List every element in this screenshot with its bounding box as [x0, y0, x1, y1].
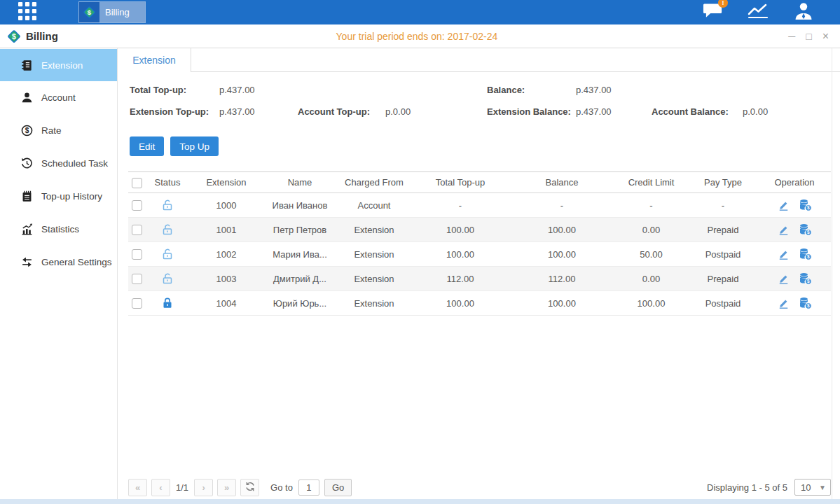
extension-balance-value: p.437.00	[576, 106, 612, 117]
sidebar-item-rate[interactable]: $Rate	[0, 114, 117, 147]
unlocked-icon[interactable]	[161, 223, 174, 236]
cell-name: Дмитрий Д...	[263, 274, 337, 284]
prev-page-button[interactable]: ‹	[151, 479, 170, 496]
maximize-button[interactable]: □	[806, 31, 811, 41]
row-checkbox[interactable]	[132, 298, 142, 309]
taskbar-app-label: Billing	[105, 7, 130, 18]
edit-icon[interactable]	[778, 224, 790, 236]
person-icon	[21, 92, 33, 104]
cell-charged-from: Extension	[337, 225, 411, 235]
taskbar-billing-tab[interactable]: $ Billing	[78, 1, 146, 23]
minimize-button[interactable]: ─	[788, 31, 795, 41]
app-launcher-button[interactable]	[8, 0, 46, 24]
billing-app-icon: $	[79, 2, 99, 22]
topbar-status-icons: !	[703, 0, 813, 24]
row-checkbox[interactable]	[132, 225, 142, 235]
ledger-icon	[21, 59, 33, 71]
first-page-button[interactable]: «	[128, 479, 147, 496]
cell-name: Мария Ива...	[263, 249, 337, 260]
cell-charged-from: Extension	[337, 298, 411, 309]
resource-monitor-button[interactable]	[747, 2, 770, 22]
row-checkbox[interactable]	[132, 274, 142, 284]
cell-balance: -	[509, 200, 614, 211]
unlocked-icon[interactable]	[161, 199, 174, 211]
close-button[interactable]: ×	[822, 31, 829, 41]
cell-total-topup: 100.00	[411, 249, 509, 260]
cell-balance: 112.00	[509, 274, 614, 284]
sidebar-item-label: Top-up History	[41, 191, 102, 202]
topup-icon[interactable]: $	[799, 297, 812, 309]
account-balance-label: Account Balance:	[652, 106, 729, 117]
cell-balance: 100.00	[509, 298, 614, 309]
cell-balance: 100.00	[509, 225, 614, 235]
row-checkbox[interactable]	[132, 249, 142, 260]
arrows-icon	[21, 256, 33, 268]
extension-topup-label: Extension Top-up:	[130, 106, 209, 117]
cell-balance: 100.00	[509, 249, 614, 260]
edit-icon[interactable]	[778, 248, 790, 260]
svg-text:$: $	[807, 254, 810, 260]
cell-extension: 1003	[190, 274, 263, 284]
topup-icon[interactable]: $	[799, 248, 812, 260]
next-page-button[interactable]: ›	[194, 479, 213, 496]
svg-text:$: $	[807, 205, 810, 211]
cell-name: Петр Петров	[263, 225, 337, 235]
sidebar-item-account[interactable]: Account	[0, 81, 117, 114]
svg-text:$: $	[88, 8, 92, 16]
select-all-checkbox[interactable]	[132, 178, 142, 188]
goto-label: Go to	[270, 482, 293, 493]
edit-icon[interactable]	[778, 298, 790, 309]
last-page-button[interactable]: »	[217, 479, 236, 496]
sidebar-item-general-settings[interactable]: General Settings	[0, 246, 117, 279]
toolbar: Edit Top Up	[130, 136, 840, 156]
cell-pay-type: Postpaid	[688, 249, 758, 260]
edit-button[interactable]: Edit	[130, 136, 164, 156]
col-name: Name	[263, 177, 337, 188]
line-chart-icon	[747, 2, 770, 22]
go-button[interactable]: Go	[324, 479, 352, 496]
topup-icon[interactable]: $	[799, 272, 812, 285]
svg-text:$: $	[807, 230, 810, 235]
edit-icon[interactable]	[778, 273, 790, 285]
rate-icon: $	[21, 125, 33, 136]
trial-message: Your trial period ends on: 2017-02-24	[336, 31, 498, 42]
topup-icon[interactable]: $	[799, 199, 812, 211]
cell-charged-from: Account	[337, 200, 411, 211]
unlocked-icon[interactable]	[161, 272, 174, 285]
edit-icon[interactable]	[778, 200, 790, 211]
tab-extension[interactable]: Extension	[118, 48, 191, 72]
sidebar: ExtensionAccount$RateScheduled TaskTop-u…	[0, 48, 118, 499]
cell-pay-type: Prepaid	[688, 225, 758, 235]
table-row: 1001Петр ПетровExtension100.00100.000.00…	[128, 218, 831, 242]
sidebar-item-statistics[interactable]: Statistics	[0, 213, 117, 246]
pagination-bar: « ‹ 1/1 › » Go to Go Displaying 1 - 5 of…	[128, 478, 831, 496]
topup-button[interactable]: Top Up	[170, 136, 219, 156]
refresh-button[interactable]	[240, 479, 259, 496]
unlocked-icon[interactable]	[161, 248, 174, 260]
sidebar-item-top-up-history[interactable]: Top-up History	[0, 180, 117, 213]
sidebar-item-extension[interactable]: Extension	[0, 49, 117, 81]
extension-topup-value: p.437.00	[219, 106, 255, 117]
user-account-button[interactable]	[794, 1, 813, 23]
account-topup-value: p.0.00	[385, 106, 411, 117]
page-size-select[interactable]: 10 ▼	[794, 479, 831, 496]
window-bottom-strip	[0, 499, 840, 504]
locked-icon[interactable]	[161, 297, 174, 309]
col-balance: Balance	[509, 177, 614, 188]
cell-credit-limit: 100.00	[614, 298, 688, 309]
cell-name: Иван Иванов	[263, 200, 337, 211]
goto-page-input[interactable]	[298, 479, 319, 496]
row-checkbox[interactable]	[132, 200, 142, 211]
extensions-table: Status Extension Name Charged From Total…	[128, 172, 831, 316]
topup-icon[interactable]: $	[799, 223, 812, 236]
balance-label: Balance:	[487, 85, 525, 95]
cell-extension: 1004	[190, 298, 263, 309]
col-operation: Operation	[758, 177, 831, 188]
cell-charged-from: Extension	[337, 274, 411, 284]
notifications-button[interactable]: !	[703, 2, 723, 22]
sidebar-item-scheduled-task[interactable]: Scheduled Task	[0, 147, 117, 180]
balance-value: p.437.00	[576, 85, 612, 95]
content-panel: Extension Total Top-up: p.437.00 Balance…	[118, 48, 840, 499]
cell-pay-type: Postpaid	[688, 298, 758, 309]
table-row: 1000Иван ИвановAccount----$	[128, 193, 831, 218]
